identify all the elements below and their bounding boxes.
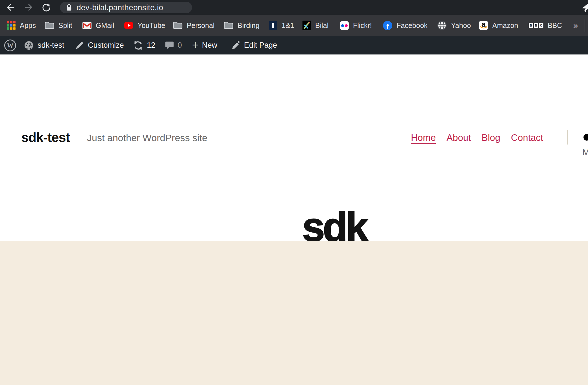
bookmark-bbc[interactable]: BBC BBC	[529, 15, 562, 36]
flickr-icon	[340, 21, 349, 30]
nav-link-home[interactable]: Home	[411, 132, 436, 143]
facebook-icon: f	[383, 21, 392, 30]
bookmarks-overflow-chevron[interactable]: »	[573, 15, 578, 36]
nav-link-about[interactable]: About	[447, 132, 471, 143]
back-arrow-icon	[6, 3, 16, 12]
amazon-icon: a	[479, 21, 488, 30]
browser-toolbar: dev-bilal.pantheonsite.io	[0, 0, 588, 15]
split-section: Split: sample_feature, Treatment = off E…	[0, 241, 588, 385]
header-divider	[567, 130, 568, 145]
admin-new-label: New	[202, 41, 217, 50]
wp-admin-bar: W sdk-test Customize 12	[0, 36, 588, 54]
bookmark-bilal[interactable]: Bilal	[302, 15, 328, 36]
bookmark-label: GMail	[96, 21, 114, 30]
site-content-white: sdk-test Just another WordPress site Hom…	[0, 54, 588, 241]
bookmark-personal-folder[interactable]: Personal	[173, 15, 215, 36]
lock-icon	[66, 4, 72, 11]
bookmark-split-folder[interactable]: Split	[45, 15, 72, 36]
bookmark-label: Personal	[187, 21, 215, 30]
svg-text:W: W	[7, 42, 14, 49]
admin-customize[interactable]: Customize	[74, 36, 124, 54]
menu-button-cut[interactable]: M	[582, 147, 588, 158]
admin-comments-count: 0	[178, 41, 182, 50]
update-arrows-icon	[133, 40, 143, 51]
hummingbird-icon	[302, 21, 311, 30]
comment-bubble-icon	[165, 41, 174, 50]
reload-button[interactable]	[41, 2, 51, 12]
bookmark-gmail[interactable]: GMail	[82, 15, 114, 36]
bookmark-label: Yahoo	[451, 21, 471, 30]
site-tagline: Just another WordPress site	[87, 132, 207, 143]
apps-grid-icon	[7, 21, 16, 30]
bookmark-label: Flickr!	[353, 21, 372, 30]
bookmark-label: Amazon	[492, 21, 518, 30]
sdk-logo-image: sdk	[302, 211, 370, 245]
site-title[interactable]: sdk-test	[21, 130, 70, 145]
bookmark-amazon[interactable]: a Amazon	[479, 15, 518, 36]
admin-customize-label: Customize	[88, 41, 124, 50]
youtube-icon	[124, 22, 133, 29]
url-bar[interactable]: dev-bilal.pantheonsite.io	[60, 2, 192, 13]
forward-arrow-icon	[24, 3, 33, 12]
bookmark-label: BBC	[548, 21, 562, 30]
pencil-icon	[231, 41, 241, 50]
paintbrush-icon	[74, 40, 84, 51]
reload-icon	[42, 3, 51, 12]
nav-link-contact[interactable]: Contact	[511, 132, 543, 143]
oneandone-icon	[269, 21, 277, 30]
wp-logo-menu[interactable]: W	[4, 36, 17, 54]
mouse-cursor	[582, 1, 588, 13]
bookmark-label: YouTube	[138, 21, 165, 30]
folder-icon	[45, 21, 54, 29]
globe-icon	[437, 21, 447, 30]
admin-new[interactable]: + New	[192, 36, 217, 54]
admin-updates-count: 12	[147, 41, 155, 50]
bookmark-youtube[interactable]: YouTube	[124, 15, 165, 36]
bookmark-birding-folder[interactable]: Birding	[224, 15, 260, 36]
bookmark-label: Facebook	[397, 21, 428, 30]
plus-icon: +	[192, 39, 199, 51]
dashboard-gauge-icon	[23, 40, 34, 51]
bookmarks-bar: Apps Split GMail YouTube Personal Birdin…	[0, 15, 588, 36]
bookmarks-edge-divider	[585, 19, 585, 32]
bookmark-facebook[interactable]: f Facebook	[383, 15, 428, 36]
forward-button[interactable]	[23, 2, 34, 12]
nav-link-blog[interactable]: Blog	[482, 132, 500, 143]
primary-navigation: Home About Blog Contact	[411, 128, 543, 147]
bookmark-flickr[interactable]: Flickr!	[340, 15, 372, 36]
gmail-icon	[82, 22, 92, 29]
admin-edit-page[interactable]: Edit Page	[231, 36, 277, 54]
folder-icon	[173, 21, 182, 29]
admin-updates[interactable]: 12	[133, 36, 155, 54]
admin-site-name[interactable]: sdk-test	[23, 36, 64, 54]
admin-site-name-label: sdk-test	[38, 41, 64, 50]
bookmark-yahoo[interactable]: Yahoo	[437, 15, 471, 36]
back-button[interactable]	[6, 2, 16, 12]
admin-edit-page-label: Edit Page	[244, 41, 277, 50]
bookmark-label: 1&1	[282, 21, 294, 30]
admin-comments[interactable]: 0	[165, 36, 182, 54]
bookmark-1and1[interactable]: 1&1	[269, 15, 294, 36]
bookmark-label: Bilal	[315, 21, 328, 30]
bookmark-label: Split	[58, 21, 72, 30]
wordpress-logo-icon: W	[4, 39, 17, 52]
bookmark-label: Apps	[20, 21, 36, 30]
bbc-icon: BBC	[529, 23, 543, 28]
header-dot-icon	[583, 134, 588, 141]
bookmark-apps[interactable]: Apps	[7, 15, 36, 36]
folder-icon	[224, 21, 233, 29]
bookmark-label: Birding	[238, 21, 260, 30]
url-text: dev-bilal.pantheonsite.io	[77, 3, 163, 12]
